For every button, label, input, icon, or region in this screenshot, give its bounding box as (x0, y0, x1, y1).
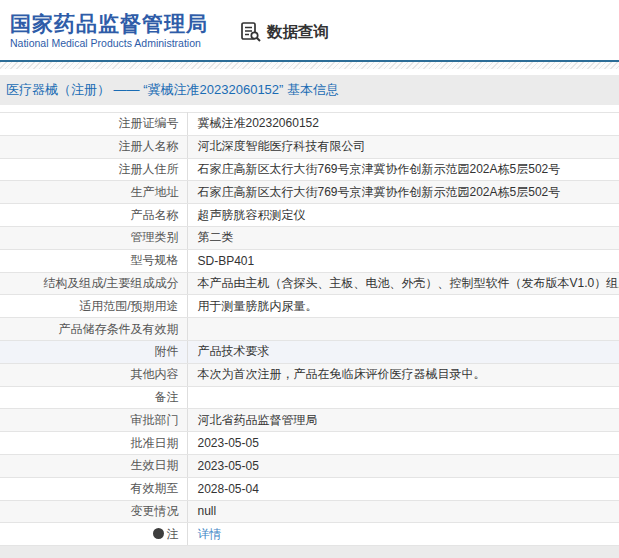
row-label: 批准日期 (0, 432, 187, 455)
row-label: 结构及组成/主要组成成分 (0, 272, 187, 295)
note-icon (153, 528, 164, 539)
row-value (187, 386, 619, 409)
table-row: 注详情 (0, 523, 619, 546)
row-label: 备注 (0, 386, 187, 409)
table-row: 变更情况null (0, 500, 619, 523)
row-value: 冀械注准20232060152 (187, 113, 619, 136)
nmpa-logo[interactable]: 国家药品监督管理局 National Medical Products Admi… (10, 11, 208, 50)
row-label: 注册人住所 (0, 158, 187, 181)
table-row: 注册证编号冀械注准20232060152 (0, 113, 619, 136)
row-label: 适用范围/预期用途 (0, 295, 187, 318)
table-row: 生产地址石家庄高新区太行大街769号京津冀协作创新示范园202A栋5层502号 (0, 181, 619, 204)
hatch-band (0, 62, 619, 69)
row-label: 管理类别 (0, 226, 187, 249)
row-label: 产品名称 (0, 204, 187, 227)
document-search-icon (240, 21, 262, 43)
data-query-nav[interactable]: 数据查询 (240, 21, 329, 43)
logo-title: 国家药品监督管理局 (10, 11, 208, 37)
row-label: 生产地址 (0, 181, 187, 204)
logo-subtitle: National Medical Products Administration (10, 37, 208, 50)
page: 国家药品监督管理局 National Medical Products Admi… (0, 0, 619, 546)
site-header: 国家药品监督管理局 National Medical Products Admi… (0, 0, 619, 60)
row-label: 注 (0, 523, 187, 546)
row-value (187, 318, 619, 341)
table-row: 管理类别第二类 (0, 226, 619, 249)
row-value: 2023-05-05 (187, 454, 619, 477)
row-value: 河北深度智能医疗科技有限公司 (187, 135, 619, 158)
page-title-bar: 医疗器械（注册） —— “冀械注准20232060152” 基本信息 (0, 75, 619, 105)
row-value: 详情 (187, 523, 619, 546)
table-row: 注册人住所石家庄高新区太行大街769号京津冀协作创新示范园202A栋5层502号 (0, 158, 619, 181)
spacer (0, 105, 619, 112)
data-query-label: 数据查询 (267, 22, 329, 43)
row-label: 注册证编号 (0, 113, 187, 136)
row-value: null (187, 500, 619, 523)
row-label: 生效日期 (0, 454, 187, 477)
table-row: 审批部门河北省药品监督管理局 (0, 409, 619, 432)
table-row: 备注 (0, 386, 619, 409)
row-label: 附件 (0, 340, 187, 363)
row-value: SD-BP401 (187, 249, 619, 272)
row-value: 2028-05-04 (187, 477, 619, 500)
table-row: 其他内容本次为首次注册，产品在免临床评价医疗器械目录中。 (0, 363, 619, 386)
table-row: 适用范围/预期用途用于测量膀胱内尿量。 (0, 295, 619, 318)
detail-link[interactable]: 详情 (198, 527, 222, 541)
row-label: 型号规格 (0, 249, 187, 272)
table-row: 有效期至2028-05-04 (0, 477, 619, 500)
table-row: 产品储存条件及有效期 (0, 318, 619, 341)
table-row: 生效日期2023-05-05 (0, 454, 619, 477)
table-row: 型号规格SD-BP401 (0, 249, 619, 272)
row-value: 石家庄高新区太行大街769号京津冀协作创新示范园202A栋5层502号 (187, 181, 619, 204)
row-value: 本产品由主机（含探头、主板、电池、外壳）、控制型软件（发布版本V1.0）组成。 (187, 272, 619, 295)
row-value: 用于测量膀胱内尿量。 (187, 295, 619, 318)
row-label: 有效期至 (0, 477, 187, 500)
registration-info-table: 注册证编号冀械注准20232060152注册人名称河北深度智能医疗科技有限公司注… (0, 112, 619, 546)
table-row: 注册人名称河北深度智能医疗科技有限公司 (0, 135, 619, 158)
row-label: 注册人名称 (0, 135, 187, 158)
row-value: 河北省药品监督管理局 (187, 409, 619, 432)
row-value: 产品技术要求 (187, 340, 619, 363)
row-label: 变更情况 (0, 500, 187, 523)
row-value: 超声膀胱容积测定仪 (187, 204, 619, 227)
row-label: 产品储存条件及有效期 (0, 318, 187, 341)
page-title: 医疗器械（注册） —— “冀械注准20232060152” 基本信息 (6, 81, 339, 99)
table-row: 产品名称超声膀胱容积测定仪 (0, 204, 619, 227)
table-row: 附件产品技术要求 (0, 340, 619, 363)
table-row: 结构及组成/主要组成成分本产品由主机（含探头、主板、电池、外壳）、控制型软件（发… (0, 272, 619, 295)
row-value: 2023-05-05 (187, 432, 619, 455)
row-value: 本次为首次注册，产品在免临床评价医疗器械目录中。 (187, 363, 619, 386)
row-label: 其他内容 (0, 363, 187, 386)
row-value: 石家庄高新区太行大街769号京津冀协作创新示范园202A栋5层502号 (187, 158, 619, 181)
table-row: 批准日期2023-05-05 (0, 432, 619, 455)
row-label: 审批部门 (0, 409, 187, 432)
row-value: 第二类 (187, 226, 619, 249)
